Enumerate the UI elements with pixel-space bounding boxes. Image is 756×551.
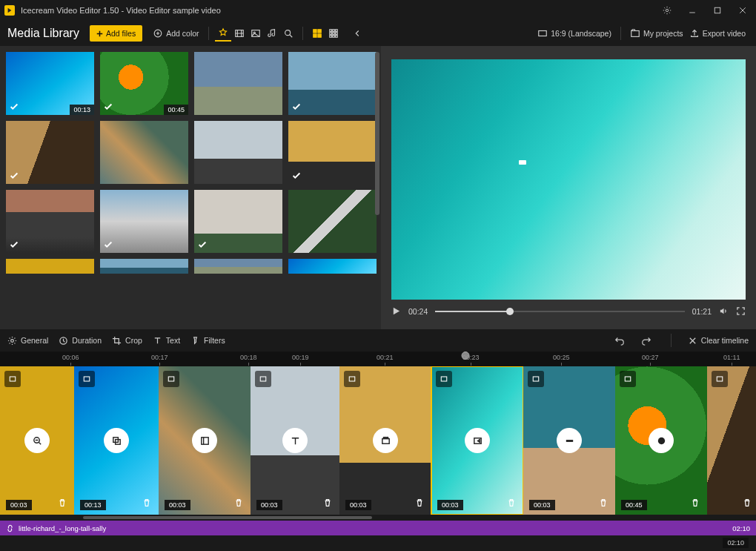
library-thumb[interactable]: [288, 259, 377, 274]
clear-timeline-button[interactable]: Clear timeline: [688, 336, 749, 346]
progress-bar[interactable]: [435, 311, 684, 312]
clip-transition-icon[interactable]: [528, 371, 544, 387]
timeline-clip[interactable]: 00:03: [523, 366, 615, 515]
settings-icon[interactable]: [658, 3, 676, 18]
clip-action-frame[interactable]: [465, 428, 490, 453]
svg-rect-30: [201, 437, 208, 443]
svg-rect-32: [349, 377, 355, 381]
delete-icon[interactable]: [139, 495, 154, 510]
ruler-tick: 00:25: [553, 354, 570, 361]
redo-icon[interactable]: [638, 332, 654, 349]
volume-icon[interactable]: [719, 306, 729, 317]
ruler-tick: 00:23: [462, 354, 480, 361]
library-thumb[interactable]: 00:13: [6, 52, 94, 115]
clip-action-zoom[interactable]: [24, 428, 50, 453]
timeline-ruler[interactable]: 00:0600:1700:1800:1900:2100:2300:2500:27…: [0, 352, 756, 366]
library-scrollbar[interactable]: [375, 52, 379, 215]
filter-image-icon[interactable]: [248, 25, 264, 42]
library-thumb[interactable]: [6, 190, 94, 253]
grid-large-icon[interactable]: [309, 25, 325, 42]
add-color-button[interactable]: Add color: [150, 26, 202, 41]
library-thumb[interactable]: [194, 190, 282, 253]
library-thumb[interactable]: [100, 121, 188, 184]
my-projects-button[interactable]: My projects: [627, 26, 686, 41]
library-thumb[interactable]: [288, 190, 377, 253]
timeline-clip[interactable]: [707, 366, 756, 515]
timeline-scrollbar[interactable]: [0, 515, 756, 521]
undo-icon[interactable]: [611, 332, 628, 349]
timeline-clip[interactable]: 00:03: [159, 366, 251, 515]
timeline-clip[interactable]: 00:13: [74, 366, 159, 515]
delete-icon[interactable]: [55, 495, 70, 510]
library-thumb[interactable]: [194, 121, 282, 184]
delete-icon[interactable]: [412, 495, 427, 510]
delete-icon[interactable]: [740, 495, 755, 510]
aspect-label: 16:9 (Landscape): [551, 29, 611, 38]
library-thumb[interactable]: [6, 259, 94, 274]
timeline-clip[interactable]: 00:45: [615, 366, 707, 515]
svg-rect-17: [329, 36, 331, 38]
clip-transition-icon[interactable]: [4, 371, 21, 387]
clip-transition-icon[interactable]: [344, 371, 360, 387]
library-thumb[interactable]: [100, 259, 188, 274]
check-icon: [103, 102, 113, 112]
library-thumb[interactable]: [194, 52, 282, 115]
delete-icon[interactable]: [504, 495, 519, 510]
clip-transition-icon[interactable]: [163, 371, 179, 387]
search-icon[interactable]: [280, 25, 296, 42]
timeline-clip[interactable]: 00:03: [251, 366, 339, 515]
library-thumb[interactable]: 00:45: [100, 52, 188, 115]
clip-action-title[interactable]: [282, 428, 308, 453]
minimize-icon[interactable]: [683, 3, 701, 18]
maximize-icon[interactable]: [709, 3, 726, 18]
clip-action-solid[interactable]: [649, 428, 674, 453]
library-thumb[interactable]: [288, 121, 377, 184]
fullscreen-icon[interactable]: [736, 306, 746, 317]
timeline-clip[interactable]: 00:03: [0, 366, 74, 515]
clip-action-cut[interactable]: [192, 428, 217, 453]
clip-transition-icon[interactable]: [79, 371, 95, 387]
aspect-button[interactable]: 16:9 (Landscape): [534, 26, 614, 41]
library-thumb[interactable]: [194, 259, 282, 274]
duration-button[interactable]: Duration: [59, 336, 102, 346]
collapse-icon[interactable]: [349, 25, 365, 42]
timeline[interactable]: 00:0300:1300:0300:0300:0300:0300:0300:45: [0, 366, 756, 515]
library-thumb[interactable]: [100, 190, 188, 253]
timeline-clip[interactable]: 00:03: [339, 366, 431, 515]
export-button[interactable]: Export video: [686, 26, 749, 41]
clip-action-minus[interactable]: [557, 428, 582, 453]
play-icon[interactable]: [391, 306, 401, 317]
filter-audio-icon[interactable]: [264, 25, 280, 42]
grid-small-icon[interactable]: [325, 25, 342, 42]
delete-icon[interactable]: [320, 495, 335, 510]
general-label: General: [21, 336, 48, 345]
clip-transition-icon[interactable]: [255, 371, 271, 387]
crop-button[interactable]: Crop: [112, 336, 142, 346]
text-label: Text: [166, 336, 180, 345]
clip-action-anim[interactable]: [373, 428, 398, 453]
filter-all-icon[interactable]: [215, 25, 231, 42]
text-button[interactable]: Text: [153, 336, 180, 346]
svg-rect-11: [329, 30, 331, 32]
close-icon[interactable]: [734, 3, 752, 18]
link-icon: [6, 524, 14, 532]
filter-video-icon[interactable]: [231, 25, 248, 42]
delete-icon[interactable]: [231, 495, 246, 510]
svg-rect-1: [714, 7, 720, 13]
audio-track[interactable]: little-richard_-_long-tall-sally 02:10: [0, 521, 756, 535]
current-time: 00:24: [408, 307, 428, 316]
library-thumb[interactable]: [288, 52, 377, 115]
general-button[interactable]: General: [7, 336, 48, 346]
add-files-button[interactable]: Add files: [90, 25, 142, 42]
delete-icon[interactable]: [596, 495, 611, 510]
delete-icon[interactable]: [688, 495, 703, 510]
clip-transition-icon[interactable]: [712, 371, 728, 387]
clip-action-copy[interactable]: [104, 428, 129, 453]
ruler-tick: 00:19: [292, 354, 309, 361]
timeline-clip[interactable]: 00:03: [431, 366, 523, 515]
library-thumb[interactable]: [6, 121, 94, 184]
filters-button[interactable]: Filters: [190, 336, 225, 346]
clip-transition-icon[interactable]: [620, 371, 636, 387]
clip-duration: 00:13: [80, 500, 106, 510]
clip-transition-icon[interactable]: [436, 371, 452, 387]
